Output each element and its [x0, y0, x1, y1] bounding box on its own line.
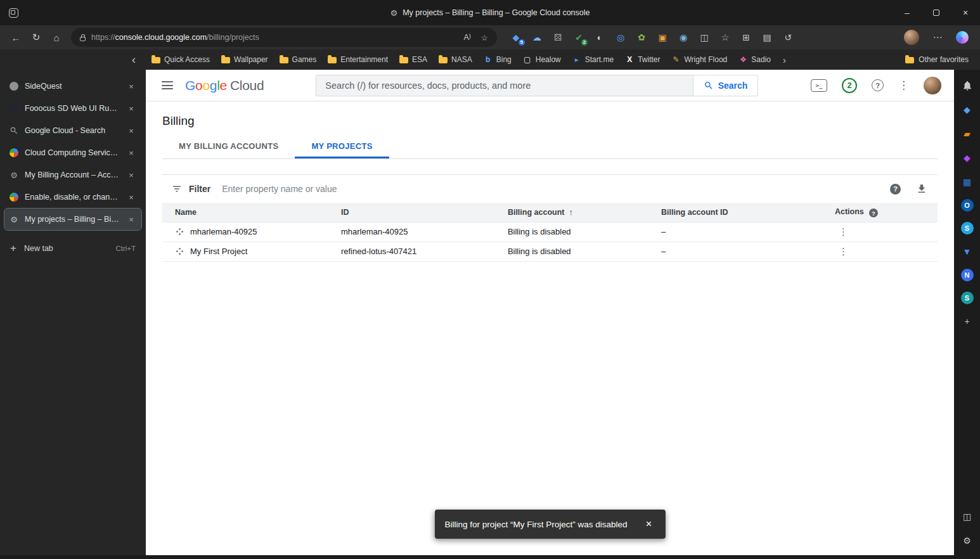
- navigation-menu-button[interactable]: [155, 73, 180, 98]
- close-tab-icon[interactable]: ×: [126, 214, 137, 225]
- read-aloud-button[interactable]: A): [463, 33, 470, 42]
- outlook-icon[interactable]: O: [961, 199, 974, 212]
- cell-billing-account-id: –: [656, 222, 830, 241]
- filter-input[interactable]: [222, 184, 884, 194]
- bookmark-wallpaper[interactable]: Wallpaper: [216, 53, 274, 67]
- col-header-id[interactable]: ID: [336, 203, 503, 222]
- notifications-count-badge[interactable]: 2: [842, 78, 857, 93]
- games-icon[interactable]: ◆: [960, 151, 974, 165]
- col-header-billing-account-id[interactable]: Billing account ID: [656, 203, 830, 222]
- close-tab-icon[interactable]: ×: [126, 80, 137, 92]
- travel-icon[interactable]: ▰: [960, 127, 974, 141]
- help-button[interactable]: ?: [872, 79, 884, 91]
- notion-icon[interactable]: N: [961, 269, 974, 281]
- cloud-shell-button[interactable]: >_: [811, 79, 827, 92]
- tab-my-billing-accounts[interactable]: MY BILLING ACCOUNTS: [162, 134, 295, 158]
- new-tab-button[interactable]: + New tab Ctrl+T: [4, 238, 141, 259]
- bookmark-sadio[interactable]: ❖Sadio: [733, 53, 777, 67]
- col-label: Name: [175, 208, 197, 217]
- microsoft365-icon[interactable]: ▦: [960, 175, 974, 189]
- tab-title: Cloud Computing Services |: [25, 148, 120, 157]
- close-tab-icon[interactable]: ×: [126, 103, 137, 114]
- close-tab-icon[interactable]: ×: [126, 125, 137, 136]
- bookmark-entertainment[interactable]: Entertainment: [322, 53, 394, 67]
- collections-icon[interactable]: ⊞: [740, 31, 752, 44]
- amber-extension-icon[interactable]: ▣: [656, 31, 669, 44]
- project-name-link[interactable]: mharleman-40925: [190, 227, 257, 236]
- tab-my-projects-billing-billin[interactable]: ⚙My projects – Billing – Billin×: [4, 209, 141, 230]
- shopping-icon[interactable]: ◆: [960, 103, 974, 117]
- bookmark-wright-flood[interactable]: ✎Wright Flood: [666, 53, 733, 67]
- back-button[interactable]: ←: [6, 28, 25, 47]
- add-apps-icon[interactable]: +: [960, 314, 974, 328]
- maximize-button[interactable]: [922, 0, 951, 25]
- filter-label[interactable]: Filter: [189, 184, 210, 194]
- bookmark-games[interactable]: Games: [274, 53, 323, 67]
- tab-my-billing-account-accoun[interactable]: ⚙My Billing Account – Accoun×: [4, 164, 141, 186]
- favorites-list-icon[interactable]: ☆: [719, 31, 732, 44]
- split-screen-icon[interactable]: ◫: [698, 31, 711, 44]
- profile-avatar[interactable]: [904, 30, 919, 45]
- settings-gear-icon[interactable]: ⚙: [960, 534, 974, 548]
- other-favorites-button[interactable]: Other favorites: [899, 53, 980, 67]
- close-tab-icon[interactable]: ×: [126, 147, 137, 158]
- bookmark-start-me[interactable]: ▸Start.me: [567, 53, 619, 67]
- skype-icon[interactable]: S: [961, 222, 974, 235]
- bookmark-healow[interactable]: ▢Healow: [517, 53, 567, 67]
- bookmark-twitter[interactable]: XTwitter: [619, 53, 666, 67]
- history-icon[interactable]: ↺: [782, 31, 794, 44]
- orbit-extension-icon[interactable]: ◎: [614, 31, 627, 44]
- split-window-icon[interactable]: ◫: [960, 510, 974, 524]
- notifications-bell-icon[interactable]: [960, 79, 974, 93]
- toast-snackbar: Billing for project “My First Project” w…: [434, 510, 665, 539]
- bookmark-esa[interactable]: ESA: [394, 53, 433, 67]
- weather-cloud-icon[interactable]: ☁: [531, 31, 543, 44]
- bookmark-nasa[interactable]: NASA: [433, 53, 478, 67]
- leaf-extension-icon[interactable]: ✿: [635, 31, 648, 44]
- console-search-button[interactable]: Search: [693, 75, 759, 96]
- actions-help-icon[interactable]: ?: [869, 209, 878, 217]
- workspaces-icon[interactable]: [9, 8, 18, 18]
- tab-enable-disable-or-change-b[interactable]: Enable, disable, or change b×: [4, 186, 141, 208]
- dice-extension-icon[interactable]: ⚄: [551, 31, 564, 44]
- tab-fooocus-sd-web-ui-runpod[interactable]: Fooocus SD Web UI RunPod×: [4, 98, 141, 119]
- favorite-star-button[interactable]: ☆: [481, 33, 488, 42]
- project-name-link[interactable]: My First Project: [190, 247, 247, 256]
- privacy-check-icon[interactable]: ✔2: [572, 31, 585, 44]
- sharepoint-icon[interactable]: S: [961, 292, 974, 304]
- close-button[interactable]: ×: [951, 0, 980, 25]
- home-button[interactable]: ⌂: [47, 28, 66, 47]
- copilot-icon[interactable]: [956, 31, 969, 44]
- row-actions-menu-icon[interactable]: ⋮: [835, 245, 852, 258]
- tab-google-cloud-search[interactable]: Google Cloud - Search×: [4, 120, 141, 141]
- globe-extension-icon[interactable]: ◉: [677, 31, 690, 44]
- bookmark-quick-access[interactable]: Quick Access: [146, 53, 216, 67]
- wallet-icon[interactable]: ▤: [761, 31, 773, 44]
- browser-menu-button[interactable]: ⋯: [928, 28, 947, 47]
- bookmarks-overflow-button[interactable]: ›: [777, 55, 792, 65]
- bookmark-bing[interactable]: bBing: [478, 53, 517, 67]
- toast-close-button[interactable]: ×: [638, 513, 661, 536]
- refresh-button[interactable]: ↻: [27, 28, 46, 47]
- tab-my-projects[interactable]: MY PROJECTS: [295, 134, 389, 158]
- drop-icon[interactable]: ▼: [960, 245, 974, 259]
- filter-help-icon[interactable]: ?: [890, 184, 901, 195]
- close-tab-icon[interactable]: ×: [126, 169, 137, 181]
- col-header-actions[interactable]: Actions?: [830, 203, 938, 222]
- col-header-name[interactable]: Name: [162, 203, 336, 222]
- minimize-button[interactable]: –: [893, 0, 922, 25]
- close-tab-icon[interactable]: ×: [126, 191, 137, 203]
- more-options-button[interactable]: ⋮: [898, 79, 909, 92]
- tab-cloud-computing-services[interactable]: Cloud Computing Services |×: [4, 142, 141, 164]
- collapse-sidebar-button[interactable]: ‹: [132, 54, 136, 65]
- col-header-billing-account[interactable]: Billing account↑: [503, 203, 656, 222]
- console-search-input[interactable]: [316, 75, 692, 96]
- account-avatar[interactable]: [924, 77, 941, 94]
- tab-sidequest[interactable]: SideQuest×: [4, 75, 141, 97]
- row-actions-menu-icon[interactable]: ⋮: [835, 225, 852, 238]
- dark-reader-icon[interactable]: ◐: [593, 31, 606, 44]
- adguard-shield-icon[interactable]: ◆5: [510, 31, 522, 44]
- download-icon[interactable]: [916, 183, 927, 195]
- address-bar[interactable]: https://console.cloud.google.com/billing…: [71, 28, 497, 47]
- google-cloud-logo[interactable]: Google Cloud: [185, 78, 264, 93]
